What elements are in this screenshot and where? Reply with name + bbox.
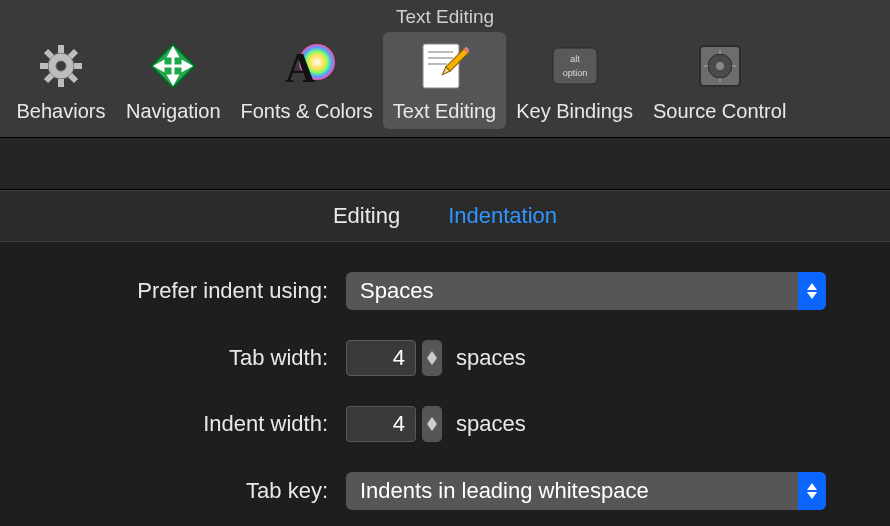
text-editing-icon — [414, 38, 474, 94]
toolbar-item-label: Key Bindings — [516, 100, 633, 123]
fonts-colors-icon: A — [277, 38, 337, 94]
prefer-indent-value: Spaces — [360, 278, 433, 304]
toolbar-item-label: Navigation — [126, 100, 221, 123]
tab-width-input[interactable]: 4 — [346, 340, 416, 376]
svg-marker-41 — [427, 424, 437, 431]
row-indent-width: Indent width: 4 spaces — [16, 406, 874, 442]
row-tab-width: Tab width: 4 spaces — [16, 340, 874, 376]
toolbar-item-fonts-colors[interactable]: A Fonts & Colors — [231, 32, 383, 129]
svg-line-6 — [46, 51, 52, 57]
toolbar-shadow-strip — [0, 138, 890, 190]
indent-width-suffix: spaces — [456, 411, 526, 437]
toolbar-item-key-bindings[interactable]: alt option Key Bindings — [506, 32, 643, 129]
toolbar-item-label: Behaviors — [17, 100, 106, 123]
indentation-form: Prefer indent using: Spaces Tab width: 4… — [0, 242, 890, 510]
preferences-toolbar: Behaviors Navigation — [0, 32, 890, 138]
vault-icon — [690, 38, 750, 94]
indent-width-value: 4 — [393, 411, 405, 437]
indent-width-stepper[interactable] — [422, 406, 442, 442]
key-bindings-icon: alt option — [545, 38, 605, 94]
svg-marker-40 — [427, 417, 437, 424]
tab-key-value: Indents in leading whitespace — [360, 478, 649, 504]
toolbar-item-label: Text Editing — [393, 100, 496, 123]
svg-point-1 — [56, 61, 66, 71]
subtab-bar: Editing Indentation — [0, 190, 890, 242]
svg-marker-42 — [807, 483, 817, 490]
subtab-editing[interactable]: Editing — [333, 203, 400, 229]
toolbar-item-label: Source Control — [653, 100, 786, 123]
toolbar-item-text-editing[interactable]: Text Editing — [383, 32, 506, 129]
gear-icon — [31, 38, 91, 94]
toolbar-item-navigation[interactable]: Navigation — [116, 32, 231, 129]
row-tab-key: Tab key: Indents in leading whitespace — [16, 472, 874, 510]
tab-width-value: 4 — [393, 345, 405, 371]
window-title: Text Editing — [0, 0, 890, 32]
prefer-indent-select[interactable]: Spaces — [346, 272, 826, 310]
svg-marker-43 — [807, 492, 817, 499]
chevron-up-down-icon — [798, 272, 826, 310]
toolbar-item-behaviors[interactable]: Behaviors — [6, 32, 116, 129]
tab-width-suffix: spaces — [456, 345, 526, 371]
svg-marker-39 — [427, 358, 437, 365]
toolbar-item-source-control[interactable]: Source Control — [643, 32, 796, 129]
svg-text:A: A — [285, 45, 316, 91]
svg-marker-38 — [427, 351, 437, 358]
tab-key-select[interactable]: Indents in leading whitespace — [346, 472, 826, 510]
svg-point-31 — [716, 62, 724, 70]
tab-width-label: Tab width: — [16, 345, 346, 371]
svg-line-8 — [70, 51, 76, 57]
toolbar-item-label: Fonts & Colors — [241, 100, 373, 123]
svg-text:alt: alt — [570, 54, 580, 64]
indent-width-label: Indent width: — [16, 411, 346, 437]
prefer-indent-label: Prefer indent using: — [16, 278, 346, 304]
svg-line-7 — [70, 75, 76, 81]
chevron-up-down-icon — [798, 472, 826, 510]
svg-text:option: option — [562, 68, 587, 78]
tab-width-stepper[interactable] — [422, 340, 442, 376]
navigation-icon — [143, 38, 203, 94]
subtab-indentation[interactable]: Indentation — [448, 203, 557, 229]
svg-marker-37 — [807, 292, 817, 299]
row-prefer-indent: Prefer indent using: Spaces — [16, 272, 874, 310]
tab-key-label: Tab key: — [16, 478, 346, 504]
svg-marker-36 — [807, 283, 817, 290]
svg-line-9 — [46, 75, 52, 81]
indent-width-input[interactable]: 4 — [346, 406, 416, 442]
